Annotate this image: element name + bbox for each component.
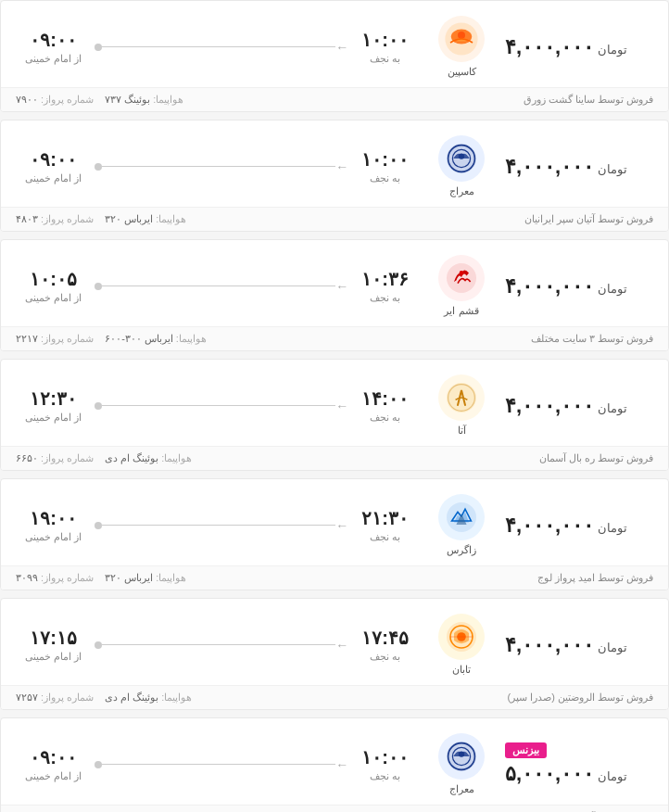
flight-main-7: بیزنس تومان ۵,۰۰۰,۰۰۰ معراج ۱۰:۰۰ <box>1 718 668 805</box>
price-currency-3: تومان <box>598 282 627 296</box>
price-currency-6: تومان <box>598 641 627 654</box>
flight-footer-3: فروش توسط ۳ سایت مختلف هواپیما: ایرباس ۳… <box>1 326 668 350</box>
to-label-1: به نجف <box>361 53 409 65</box>
flight-no-detail-4: شماره پرواز: ۶۶۵۰ <box>16 452 94 464</box>
departure-info-3: ۱۰:۰۵ از امام خمینی <box>25 268 82 304</box>
flight-card-6[interactable]: تومان ۴,۰۰۰,۰۰۰ تابان ۱۷:۴۵ به نجف <box>0 598 669 710</box>
route-section-7: ۱۰:۰۰ به نجف ← ۰۹:۰۰ از امام خمینی <box>16 746 418 782</box>
arrow-icon-3: ← <box>335 279 348 294</box>
flight-no-label-5: شماره پرواز: <box>41 572 94 584</box>
arrival-info-1: ۱۰:۰۰ به نجف <box>361 29 409 65</box>
flight-no-value-1: ۷۹۰۰ <box>16 94 38 106</box>
flight-main-5: تومان ۴,۰۰۰,۰۰۰ زاگرس ۲۱:۳۰ به نجف <box>1 479 668 565</box>
flight-footer-4: فروش توسط ره بال آسمان هواپیما: بوئینگ ا… <box>1 446 668 470</box>
flight-details-6: هواپیما: بوئینگ ام دی شماره پرواز: ۷۲۵۷ <box>16 691 192 704</box>
price-amount-5: ۴,۰۰۰,۰۰۰ <box>505 514 594 537</box>
to-label-6: به نجف <box>361 651 409 663</box>
route-section-4: ۱۴:۰۰ به نجف ← ۱۲:۳۰ از امام خمینی <box>16 387 418 424</box>
from-label-3: از امام خمینی <box>25 292 82 304</box>
flight-footer-2: فروش توسط آتیان سپر ایرانیان هواپیما: ای… <box>1 207 668 231</box>
route-dot-4 <box>95 402 102 410</box>
flight-details-4: هواپیما: بوئینگ ام دی شماره پرواز: ۶۶۵۰ <box>16 452 192 464</box>
aircraft-label-1: هواپیما: <box>153 94 183 106</box>
arrow-icon-2: ← <box>335 159 348 174</box>
aircraft-label-5: هواپیما: <box>156 572 186 584</box>
seller-info-5: فروش توسط امید پرواز لوج <box>537 572 653 584</box>
flights-list: تومان ۴,۰۰۰,۰۰۰ کاسپین ۱۰:۰۰ به نجف <box>0 0 669 812</box>
seller-info-4: فروش توسط ره بال آسمان <box>539 452 653 464</box>
airline-logo-circle-5 <box>438 494 485 540</box>
aircraft-detail-3: هواپیما: ایرباس ۳۰۰-۶۰۰ <box>105 333 207 345</box>
airline-name-1: کاسپین <box>448 66 476 78</box>
aircraft-label-6: هواپیما: <box>161 691 192 704</box>
flight-footer-5: فروش توسط امید پرواز لوج هواپیما: ایرباس… <box>1 565 668 590</box>
flight-no-detail-3: شماره پرواز: ۲۲۱۷ <box>16 333 94 345</box>
flight-card-1[interactable]: تومان ۴,۰۰۰,۰۰۰ کاسپین ۱۰:۰۰ به نجف <box>0 0 669 112</box>
flight-main-3: تومان ۴,۰۰۰,۰۰۰ قشم ایر ۱۰:۳۶ به نجف <box>1 240 668 326</box>
price-section-3: تومان ۴,۰۰۰,۰۰۰ <box>505 274 653 298</box>
route-line-4: ← <box>82 399 361 413</box>
price-row-7: تومان ۵,۰۰۰,۰۰۰ <box>505 762 631 786</box>
price-section-6: تومان ۴,۰۰۰,۰۰۰ <box>505 633 653 657</box>
route-dot-5 <box>95 522 102 529</box>
route-line-5: ← <box>82 518 361 533</box>
arrow-icon-4: ← <box>335 399 348 413</box>
flight-no-label-6: شماره پرواز: <box>41 691 94 704</box>
svg-point-6 <box>459 153 464 159</box>
airline-name-6: تابان <box>452 664 471 676</box>
departure-info-5: ۱۹:۰۰ از امام خمینی <box>25 507 82 543</box>
biznis-badge-7: بیزنس <box>505 742 547 758</box>
seller-info-3: فروش توسط ۳ سایت مختلف <box>531 333 653 345</box>
flight-no-value-3: ۲۲۱۷ <box>16 333 38 345</box>
arrival-info-3: ۱۰:۳۶ به نجف <box>361 268 409 304</box>
from-label-6: از امام خمینی <box>25 651 82 663</box>
price-currency-5: تومان <box>598 521 627 535</box>
departure-info-2: ۰۹:۰۰ از امام خمینی <box>25 148 82 184</box>
flight-details-3: هواپیما: ایرباس ۳۰۰-۶۰۰ شماره پرواز: ۲۲۱… <box>16 333 207 345</box>
departure-time-3: ۱۰:۰۵ <box>25 268 82 290</box>
flight-card-3[interactable]: تومان ۴,۰۰۰,۰۰۰ قشم ایر ۱۰:۳۶ به نجف <box>0 239 669 351</box>
price-row-1: تومان ۴,۰۰۰,۰۰۰ <box>505 35 631 59</box>
route-section-3: ۱۰:۳۶ به نجف ← ۱۰:۰۵ از امام خمینی <box>16 268 418 304</box>
route-section-2: ۱۰:۰۰ به نجف ← ۰۹:۰۰ از امام خمینی <box>16 148 418 184</box>
flight-card-5[interactable]: تومان ۴,۰۰۰,۰۰۰ زاگرس ۲۱:۳۰ به نجف <box>0 478 669 590</box>
price-row-2: تومان ۴,۰۰۰,۰۰۰ <box>505 155 631 179</box>
airline-logo-5: زاگرس <box>429 494 494 556</box>
arrival-info-5: ۲۱:۳۰ به نجف <box>361 507 409 543</box>
price-currency-1: تومان <box>598 43 627 57</box>
aircraft-value-3: ایرباس ۳۰۰-۶۰۰ <box>105 333 173 345</box>
price-amount-4: ۴,۰۰۰,۰۰۰ <box>505 394 594 417</box>
price-row-3: تومان ۴,۰۰۰,۰۰۰ <box>505 274 631 298</box>
flight-no-detail-5: شماره پرواز: ۳۰۹۹ <box>16 572 94 584</box>
price-currency-2: تومان <box>598 162 627 176</box>
from-label-7: از امام خمینی <box>25 770 82 782</box>
route-dot-7 <box>95 761 102 768</box>
flight-line-5 <box>102 525 335 526</box>
aircraft-detail-1: هواپیما: بوئینگ ۷۳۷ <box>105 94 183 106</box>
price-section-7: بیزنس تومان ۵,۰۰۰,۰۰۰ <box>505 742 653 786</box>
aircraft-detail-2: هواپیما: ایرباس ۳۲۰ <box>105 213 186 225</box>
airline-logo-circle-3 <box>438 255 485 301</box>
route-line-6: ← <box>82 638 361 653</box>
flight-card-4[interactable]: تومان ۴,۰۰۰,۰۰۰ آتا ۱۴:۰۰ به نجف <box>0 359 669 471</box>
flight-card-7[interactable]: بیزنس تومان ۵,۰۰۰,۰۰۰ معراج ۱۰:۰۰ <box>0 717 669 812</box>
flight-no-detail-6: شماره پرواز: ۷۲۵۷ <box>16 691 94 704</box>
airline-logo-circle-7 <box>438 733 485 780</box>
flight-details-2: هواپیما: ایرباس ۳۲۰ شماره پرواز: ۴۸۰۳ <box>16 213 186 225</box>
airline-logo-4: آتا <box>429 374 494 437</box>
flight-no-label-4: شماره پرواز: <box>41 452 94 464</box>
departure-info-4: ۱۲:۳۰ از امام خمینی <box>25 387 82 424</box>
from-label-4: از امام خمینی <box>25 412 82 424</box>
flight-line-6 <box>102 644 335 645</box>
flight-main-1: تومان ۴,۰۰۰,۰۰۰ کاسپین ۱۰:۰۰ به نجف <box>1 1 668 87</box>
to-label-5: به نجف <box>361 531 409 543</box>
aircraft-detail-4: هواپیما: بوئینگ ام دی <box>105 452 192 464</box>
flight-no-detail-2: شماره پرواز: ۴۸۰۳ <box>16 213 94 225</box>
flight-card-2[interactable]: تومان ۴,۰۰۰,۰۰۰ معراج ۱۰:۰۰ به نجف <box>0 120 669 232</box>
arrow-icon-6: ← <box>335 638 348 653</box>
from-label-2: از امام خمینی <box>25 172 82 184</box>
airline-name-3: قشم ایر <box>444 305 478 317</box>
to-label-3: به نجف <box>361 292 409 304</box>
price-row-4: تومان ۴,۰۰۰,۰۰۰ <box>505 394 631 418</box>
aircraft-value-1: بوئینگ ۷۳۷ <box>105 94 150 106</box>
